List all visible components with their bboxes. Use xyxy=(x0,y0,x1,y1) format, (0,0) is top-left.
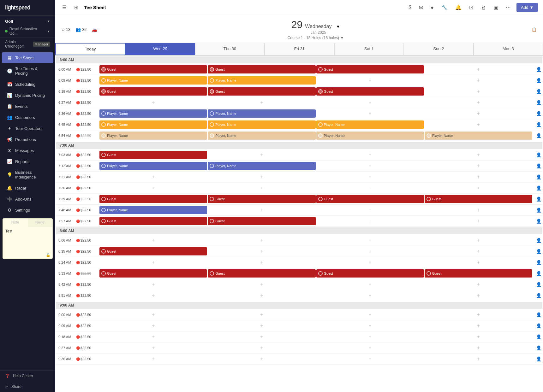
day-tab-6[interactable]: Mon 3 xyxy=(474,43,543,55)
slot-3[interactable]: + xyxy=(425,322,532,330)
sidebar-item-settings[interactable]: ⚙Settings xyxy=(2,205,53,215)
row-action[interactable]: 👤 xyxy=(535,196,542,202)
slot-1[interactable]: + xyxy=(208,333,315,341)
slot-3[interactable]: + xyxy=(425,109,532,118)
slot-2[interactable]: + xyxy=(316,344,424,352)
day-tab-2[interactable]: Thu 30 xyxy=(195,43,265,55)
slot-0[interactable]: Player, Name xyxy=(99,120,207,129)
slot-3[interactable]: + xyxy=(425,217,532,225)
slot-2[interactable]: + xyxy=(316,109,424,118)
date-dropdown-icon[interactable]: ▼ xyxy=(336,24,340,29)
slot-2[interactable]: + xyxy=(316,291,424,300)
slot-3[interactable]: + xyxy=(425,87,532,96)
slot-2[interactable]: + xyxy=(316,173,424,181)
slot-2[interactable]: + xyxy=(316,217,424,225)
sidebar-item-messages[interactable]: ✉Messages xyxy=(2,145,53,156)
sidebar-item-dynamic-pricing[interactable]: 📊Dynamic Pricing xyxy=(2,90,53,101)
slot-1[interactable]: + xyxy=(208,355,315,363)
slot-3[interactable]: + xyxy=(425,151,532,159)
sidebar-item-radar[interactable]: 🔔Radar xyxy=(2,183,53,193)
slot-1[interactable]: Guest xyxy=(208,195,315,203)
slot-2[interactable]: + xyxy=(316,184,424,192)
sidebar-item-promotions[interactable]: 📢Promotions xyxy=(2,134,53,145)
slot-2[interactable]: + xyxy=(316,151,424,159)
slot-0[interactable]: Guest xyxy=(99,269,207,278)
row-action[interactable]: 👤 xyxy=(535,282,542,287)
course-selector[interactable]: Course 1 - 18 Holes (18 holes) ▼ xyxy=(100,36,532,40)
note-icon[interactable]: 📋 xyxy=(532,27,537,32)
note-tab[interactable]: Note xyxy=(3,219,28,226)
slot-3[interactable]: + xyxy=(425,258,532,266)
slot-3[interactable]: + xyxy=(425,162,532,170)
slot-1[interactable]: + xyxy=(208,173,315,181)
row-action[interactable]: 👤 xyxy=(535,219,542,224)
row-action[interactable]: 👤 xyxy=(535,89,542,94)
sidebar-item-tour-operators[interactable]: ✈Tour Operators xyxy=(2,123,53,134)
slot-2[interactable]: + xyxy=(316,98,424,107)
slot-2[interactable]: + xyxy=(316,280,424,289)
slot-0[interactable]: + xyxy=(99,291,207,300)
slot-0[interactable]: Player, Name xyxy=(99,109,207,118)
slot-3[interactable]: Guest xyxy=(425,269,532,278)
slot-1[interactable]: + xyxy=(208,344,315,352)
slot-3[interactable]: + xyxy=(425,344,532,352)
slot-2[interactable]: + xyxy=(316,236,424,244)
slot-3[interactable]: Guest xyxy=(425,195,532,203)
row-action[interactable]: 👤 xyxy=(535,174,542,179)
slot-1[interactable]: + xyxy=(208,291,315,300)
row-action[interactable]: 👤 xyxy=(535,260,542,265)
slot-3[interactable]: + xyxy=(425,291,532,300)
slot-3[interactable]: + xyxy=(425,280,532,289)
sidebar-item-business-intelligence[interactable]: 💡Business Intelligence xyxy=(2,167,53,182)
slot-1[interactable]: Player, Name xyxy=(208,132,315,140)
slot-0[interactable]: + xyxy=(99,236,207,244)
slot-0[interactable]: + xyxy=(99,98,207,107)
slot-3[interactable]: + xyxy=(425,76,532,85)
row-action[interactable]: 👤 xyxy=(535,293,542,298)
row-action[interactable]: 👤 xyxy=(535,312,542,317)
print-icon[interactable]: 🖨 xyxy=(479,3,488,12)
day-tab-5[interactable]: Sun 2 xyxy=(404,43,473,55)
slot-0[interactable]: Guest xyxy=(99,247,207,255)
slot-1[interactable]: Guest xyxy=(208,87,315,96)
slot-3[interactable]: + xyxy=(425,173,532,181)
row-action[interactable]: 👤 xyxy=(535,111,542,116)
row-action[interactable]: 👤 xyxy=(535,78,542,83)
slot-1[interactable]: + xyxy=(208,258,315,266)
slot-3[interactable]: + xyxy=(425,236,532,244)
slot-1[interactable]: Player, Name xyxy=(208,120,315,129)
slot-0[interactable]: + xyxy=(99,355,207,363)
row-action[interactable]: 👤 xyxy=(535,163,542,168)
sidebar-item-tee-times[interactable]: 🕐Tee Times & Pricing xyxy=(2,63,53,79)
row-action[interactable]: 👤 xyxy=(535,323,542,328)
slot-3[interactable]: Player, Name xyxy=(425,132,532,140)
slot-2[interactable]: + xyxy=(316,355,424,363)
slot-0[interactable]: Guest xyxy=(99,65,207,73)
slot-0[interactable]: + xyxy=(99,184,207,192)
slot-0[interactable]: + xyxy=(99,258,207,266)
slot-1[interactable]: + xyxy=(208,236,315,244)
slot-1[interactable]: Guest xyxy=(208,65,315,73)
more-icon[interactable]: ⋯ xyxy=(504,3,513,12)
row-action[interactable]: 👤 xyxy=(535,238,542,243)
slot-3[interactable]: + xyxy=(425,333,532,341)
slot-1[interactable]: + xyxy=(208,322,315,330)
slot-0[interactable]: + xyxy=(99,333,207,341)
day-tab-1[interactable]: Wed 29 xyxy=(125,43,195,55)
dollar-icon[interactable]: $ xyxy=(407,3,413,12)
slot-2[interactable]: + xyxy=(316,258,424,266)
slot-3[interactable]: + xyxy=(425,355,532,363)
slot-3[interactable]: + xyxy=(425,98,532,107)
slot-3[interactable]: + xyxy=(425,311,532,319)
slot-1[interactable]: + xyxy=(208,151,315,159)
circle-icon[interactable]: ● xyxy=(429,3,436,12)
slot-2[interactable]: Guest xyxy=(316,87,424,96)
slot-3[interactable]: + xyxy=(425,65,532,73)
slot-0[interactable]: + xyxy=(99,322,207,330)
view-icon[interactable]: ▣ xyxy=(492,3,500,12)
sidebar-item-events[interactable]: 📋Events xyxy=(2,101,53,112)
slot-0[interactable]: + xyxy=(99,311,207,319)
wrench-icon[interactable]: 🔧 xyxy=(439,3,450,12)
slot-2[interactable]: + xyxy=(316,162,424,170)
row-action[interactable]: 👤 xyxy=(535,133,542,138)
